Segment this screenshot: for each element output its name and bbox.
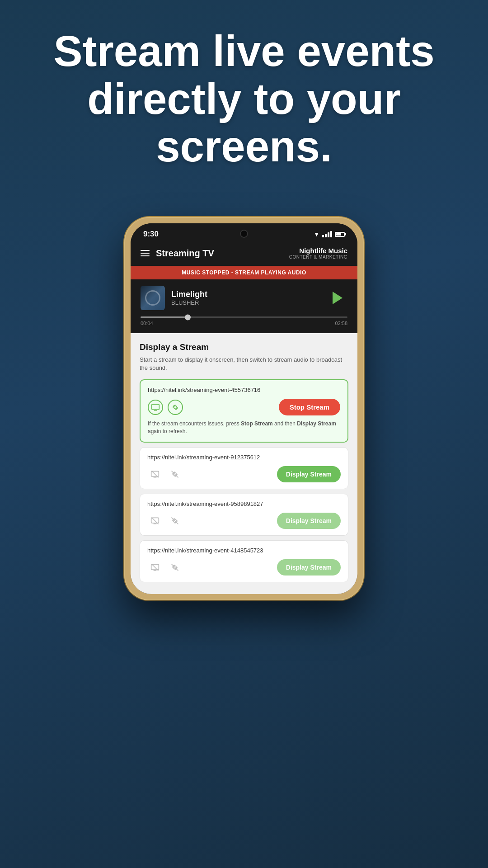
signal-icon — [322, 231, 332, 237]
display-stream-button-2[interactable]: Display Stream — [277, 466, 341, 482]
stream-card-2: https://nitel.ink/streaming-event-912375… — [140, 447, 348, 489]
stream-hint-1: If the stream encounters issues, press S… — [148, 420, 340, 435]
tv-icon-btn-1[interactable] — [148, 400, 163, 415]
display-stream-button-4[interactable]: Display Stream — [277, 559, 341, 576]
track-title: Limelight — [171, 290, 321, 299]
svg-rect-0 — [152, 404, 160, 410]
stream-card-3-actions: Display Stream — [147, 513, 341, 529]
progress-bar-area: 00:04 02:58 — [131, 316, 357, 333]
time-current: 00:04 — [141, 321, 153, 326]
battery-icon — [335, 232, 345, 237]
app-title: Streaming TV — [156, 248, 214, 259]
tv-icon-inactive-3 — [147, 513, 163, 528]
phone-frame: 9:30 ▼ — [124, 217, 364, 600]
stream-icons-3 — [147, 513, 183, 528]
audio-icon-4 — [170, 563, 179, 572]
phone-mockup: 9:30 ▼ — [124, 217, 364, 600]
album-art — [141, 286, 165, 310]
play-button[interactable] — [328, 288, 347, 308]
hero-text: Stream live events directly to your scre… — [0, 27, 488, 170]
audio-icon-1 — [171, 403, 180, 412]
stream-icons-2 — [147, 467, 183, 482]
progress-handle[interactable] — [185, 314, 191, 320]
wifi-icon: ▼ — [314, 231, 319, 238]
display-stream-desc: Start a stream to display it onscreen, t… — [140, 356, 348, 372]
tv-icon-4 — [150, 563, 160, 572]
tv-icon-inactive-4 — [147, 560, 163, 575]
stream-url-2: https://nitel.ink/streaming-event-912375… — [147, 454, 341, 461]
header-right: Nightlife Music CONTENT & MARKETING — [289, 247, 347, 259]
venue-name: Nightlife Music — [289, 247, 347, 255]
stream-icons-4 — [147, 560, 183, 575]
audio-icon-inactive-4 — [167, 560, 183, 575]
stream-card-3: https://nitel.ink/streaming-event-958989… — [140, 494, 348, 536]
venue-subtitle: CONTENT & MARKETING — [289, 255, 347, 259]
now-playing: Limelight BLUSHER — [131, 279, 357, 316]
music-banner: MUSIC STOPPED - STREAM PLAYING AUDIO — [131, 266, 357, 279]
tv-icon-3 — [150, 516, 160, 525]
stream-url-1: https://nitel.ink/streaming-event-455736… — [148, 387, 340, 393]
stream-url-3: https://nitel.ink/streaming-event-958989… — [147, 500, 341, 507]
app-header: Streaming TV Nightlife Music CONTENT & M… — [131, 242, 357, 266]
stream-card-1: https://nitel.ink/streaming-event-455736… — [140, 379, 348, 443]
status-time: 9:30 — [143, 230, 159, 239]
stream-icons-1 — [148, 400, 183, 415]
audio-icon-3 — [170, 516, 179, 525]
tv-icon-inactive-2 — [147, 467, 163, 482]
audio-icon-2 — [170, 470, 179, 479]
time-total: 02:58 — [335, 321, 347, 326]
progress-fill — [141, 316, 188, 318]
main-content: Display a Stream Start a stream to displ… — [131, 333, 357, 594]
play-icon — [333, 292, 343, 304]
stream-card-4: https://nitel.ink/streaming-event-414854… — [140, 540, 348, 582]
status-icons: ▼ — [314, 231, 345, 238]
track-artist: BLUSHER — [171, 299, 321, 306]
stream-url-4: https://nitel.ink/streaming-event-414854… — [147, 547, 341, 554]
audio-icon-inactive-3 — [167, 513, 183, 528]
display-stream-button-3[interactable]: Display Stream — [277, 513, 341, 529]
menu-icon[interactable] — [141, 250, 150, 256]
svg-point-3 — [174, 406, 177, 409]
tv-icon-2 — [150, 470, 160, 479]
track-info: Limelight BLUSHER — [171, 290, 321, 306]
camera-notch — [240, 230, 248, 238]
tv-icon-1 — [151, 403, 160, 412]
stream-card-1-actions: Stop Stream — [148, 399, 340, 415]
header-left: Streaming TV — [141, 248, 214, 259]
stop-stream-button[interactable]: Stop Stream — [279, 399, 340, 415]
progress-track[interactable] — [141, 316, 347, 318]
audio-icon-btn-1[interactable] — [168, 400, 183, 415]
progress-times: 00:04 02:58 — [141, 321, 347, 326]
audio-icon-inactive-2 — [167, 467, 183, 482]
phone-screen: 9:30 ▼ — [131, 223, 357, 594]
stream-card-4-actions: Display Stream — [147, 559, 341, 576]
stream-card-2-actions: Display Stream — [147, 466, 341, 482]
display-stream-title: Display a Stream — [140, 342, 348, 352]
